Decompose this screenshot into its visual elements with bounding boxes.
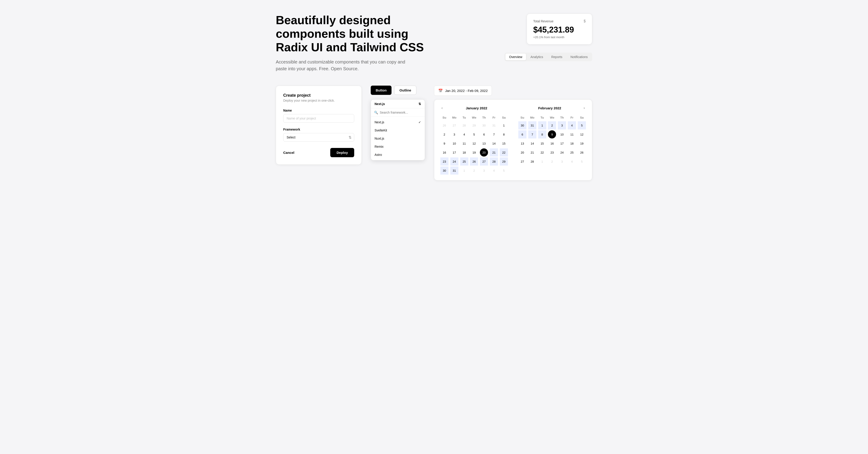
jan-day-31-prev[interactable]: 31 bbox=[490, 121, 498, 129]
feb-day-14[interactable]: 14 bbox=[528, 139, 536, 148]
jan-day-14[interactable]: 14 bbox=[490, 139, 498, 148]
dropdown-search-input[interactable] bbox=[380, 111, 422, 114]
jan-day-11[interactable]: 11 bbox=[460, 139, 468, 148]
jan-day-6[interactable]: 6 bbox=[480, 130, 488, 138]
jan-day-27-prev[interactable]: 27 bbox=[450, 121, 458, 129]
feb-day-22[interactable]: 22 bbox=[538, 149, 546, 157]
jan-day-3[interactable]: 3 bbox=[450, 130, 458, 138]
jan-day-28-prev[interactable]: 28 bbox=[460, 121, 468, 129]
demo-outline-button[interactable]: Outline bbox=[394, 86, 416, 95]
feb-day-3[interactable]: 3 bbox=[558, 121, 566, 129]
feb-day-9[interactable]: 9 bbox=[548, 130, 556, 138]
jan-day-19[interactable]: 19 bbox=[470, 149, 478, 157]
feb-day-16[interactable]: 16 bbox=[548, 139, 556, 148]
feb-day-19[interactable]: 19 bbox=[578, 139, 586, 148]
jan-day-10[interactable]: 10 bbox=[450, 139, 458, 148]
jan-day-3-next[interactable]: 3 bbox=[480, 166, 488, 174]
dropdown-item-nuxtjs[interactable]: Nuxt.js bbox=[371, 134, 425, 142]
feb-day-23[interactable]: 23 bbox=[548, 149, 556, 157]
name-input[interactable] bbox=[283, 114, 354, 123]
feb-day-6[interactable]: 6 bbox=[518, 130, 526, 138]
feb-day-21[interactable]: 21 bbox=[528, 149, 536, 157]
jan-day-2[interactable]: 2 bbox=[440, 130, 448, 138]
jan-day-26-prev[interactable]: 26 bbox=[440, 121, 448, 129]
next-month-button[interactable]: › bbox=[582, 105, 587, 111]
feb-day-31-prev[interactable]: 31 bbox=[528, 121, 536, 129]
feb-day-28[interactable]: 28 bbox=[528, 157, 536, 166]
jan-day-7[interactable]: 7 bbox=[490, 130, 498, 138]
dropdown-item-nextjs[interactable]: Next.js ✓ bbox=[371, 118, 425, 126]
jan-day-16[interactable]: 16 bbox=[440, 149, 448, 157]
tab-overview[interactable]: Overview bbox=[505, 54, 526, 60]
feb-day-13[interactable]: 13 bbox=[518, 139, 526, 148]
feb-day-1-next[interactable]: 1 bbox=[538, 157, 546, 166]
feb-day-1[interactable]: 1 bbox=[538, 121, 546, 129]
tab-notifications[interactable]: Notifications bbox=[567, 54, 591, 60]
feb-day-2[interactable]: 2 bbox=[548, 121, 556, 129]
dropdown-item-remix[interactable]: Remix bbox=[371, 142, 425, 151]
jan-day-27[interactable]: 27 bbox=[480, 157, 488, 166]
jan-day-2-next[interactable]: 2 bbox=[470, 166, 478, 174]
jan-day-22[interactable]: 22 bbox=[500, 149, 508, 157]
feb-day-27[interactable]: 27 bbox=[518, 157, 526, 166]
feb-day-3-next[interactable]: 3 bbox=[558, 157, 566, 166]
feb-day-15[interactable]: 15 bbox=[538, 139, 546, 148]
jan-day-29-prev[interactable]: 29 bbox=[470, 121, 478, 129]
feb-day-18[interactable]: 18 bbox=[568, 139, 576, 148]
deploy-button[interactable]: Deploy bbox=[330, 148, 354, 157]
jan-day-25[interactable]: 25 bbox=[460, 157, 468, 166]
jan-day-21[interactable]: 21 bbox=[490, 149, 498, 157]
jan-day-13[interactable]: 13 bbox=[480, 139, 488, 148]
jan-day-24[interactable]: 24 bbox=[450, 157, 458, 166]
feb-day-8[interactable]: 8 bbox=[538, 130, 546, 138]
feb-day-7[interactable]: 7 bbox=[528, 130, 536, 138]
jan-day-26[interactable]: 26 bbox=[470, 157, 478, 166]
feb-day-12[interactable]: 12 bbox=[578, 130, 586, 138]
dropdown-item-astro[interactable]: Astro bbox=[371, 151, 425, 159]
feb-day-17[interactable]: 17 bbox=[558, 139, 566, 148]
jan-day-5-next[interactable]: 5 bbox=[500, 166, 508, 174]
jan-day-30[interactable]: 30 bbox=[440, 166, 448, 174]
feb-day-5[interactable]: 5 bbox=[578, 121, 586, 129]
feb-day-10[interactable]: 10 bbox=[558, 130, 566, 138]
demo-solid-button[interactable]: Button bbox=[371, 86, 392, 95]
jan-day-9[interactable]: 9 bbox=[440, 139, 448, 148]
jan-day-5[interactable]: 5 bbox=[470, 130, 478, 138]
feb-day-11[interactable]: 11 bbox=[568, 130, 576, 138]
jan-day-15[interactable]: 15 bbox=[500, 139, 508, 148]
feb-day-30-prev[interactable]: 30 bbox=[518, 121, 526, 129]
feb-day-5-next[interactable]: 5 bbox=[578, 157, 586, 166]
jan-day-18[interactable]: 18 bbox=[460, 149, 468, 157]
feb-cal-header-su: Su bbox=[518, 115, 527, 121]
jan-day-28[interactable]: 28 bbox=[490, 157, 498, 166]
jan-day-1[interactable]: 1 bbox=[500, 121, 508, 129]
jan-day-20[interactable]: 20 bbox=[480, 149, 488, 157]
framework-select[interactable]: Select Next.js SvelteKit Nuxt.js Remix A… bbox=[283, 133, 354, 141]
jan-day-1-next[interactable]: 1 bbox=[460, 166, 468, 174]
jan-day-17[interactable]: 17 bbox=[450, 149, 458, 157]
tab-analytics[interactable]: Analytics bbox=[527, 54, 547, 60]
jan-day-4[interactable]: 4 bbox=[460, 130, 468, 138]
feb-day-24[interactable]: 24 bbox=[558, 149, 566, 157]
date-range-bar[interactable]: 📅 Jan 20, 2022 - Feb 09, 2022 bbox=[434, 86, 492, 96]
jan-day-12[interactable]: 12 bbox=[470, 139, 478, 148]
jan-day-8[interactable]: 8 bbox=[500, 130, 508, 138]
feb-day-2-next[interactable]: 2 bbox=[548, 157, 556, 166]
revenue-header: Total Revenue $ bbox=[533, 19, 586, 23]
jan-day-23[interactable]: 23 bbox=[440, 157, 448, 166]
dropdown-item-sveltekit[interactable]: SvelteKit bbox=[371, 126, 425, 134]
jan-day-29[interactable]: 29 bbox=[500, 157, 508, 166]
jan-day-30-prev[interactable]: 30 bbox=[480, 121, 488, 129]
prev-month-button[interactable]: ‹ bbox=[440, 105, 444, 111]
dropdown-trigger[interactable]: Next.js ⇅ bbox=[371, 100, 425, 108]
cancel-button[interactable]: Cancel bbox=[283, 149, 294, 157]
tab-reports[interactable]: Reports bbox=[548, 54, 566, 60]
feb-day-4[interactable]: 4 bbox=[568, 121, 576, 129]
feb-day-4-next[interactable]: 4 bbox=[568, 157, 576, 166]
feb-day-20[interactable]: 20 bbox=[518, 149, 526, 157]
jan-day-4-next[interactable]: 4 bbox=[490, 166, 498, 174]
feb-day-26[interactable]: 26 bbox=[578, 149, 586, 157]
check-icon: ✓ bbox=[418, 120, 421, 124]
jan-day-31[interactable]: 31 bbox=[450, 166, 458, 174]
feb-day-25[interactable]: 25 bbox=[568, 149, 576, 157]
